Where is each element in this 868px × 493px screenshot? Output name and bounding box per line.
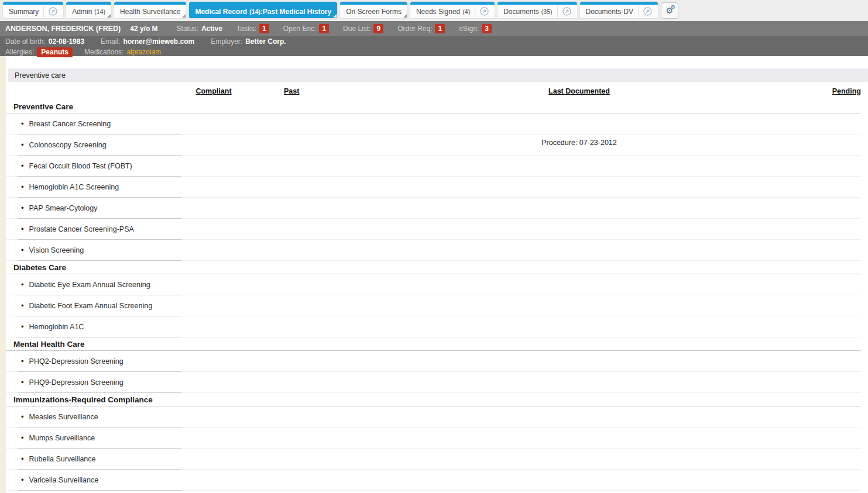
column-header-pending[interactable]: Pending xyxy=(819,87,861,95)
bullet-icon: • xyxy=(21,357,24,366)
table-row[interactable]: •Vision Screening xyxy=(6,240,861,261)
table-row[interactable]: •Hemoglobin A1C Screening xyxy=(6,177,861,198)
order-req-count-badge[interactable]: 1 xyxy=(435,24,445,33)
bullet-icon: • xyxy=(21,378,24,387)
patient-age-sex: 42 y/o M xyxy=(130,25,157,33)
measure-name: Vision Screening xyxy=(29,246,84,254)
external-link-icon[interactable] xyxy=(475,6,489,18)
group-header: Preventive Care xyxy=(6,100,861,113)
tab-documents-dv[interactable]: Documents-DV xyxy=(580,2,658,18)
external-link-icon[interactable] xyxy=(638,6,652,18)
last-documented-cell xyxy=(339,274,819,278)
allergy-badge[interactable]: Peanuts xyxy=(37,47,73,57)
patient-header-bar: ANDERSON, FREDERICK (FRED) 42 y/o M Stat… xyxy=(0,21,868,36)
last-documented-cell xyxy=(339,198,819,202)
measure-name: Varicella Surveillance xyxy=(29,476,99,484)
group-header: Mental Health Care xyxy=(6,337,861,351)
tab-label: On Screen Forms xyxy=(346,8,402,16)
measure-name: Fecal Occult Blood Test (FOBT) xyxy=(29,162,132,170)
tab-label: Medical Record xyxy=(195,8,247,16)
due-list-count-badge[interactable]: 9 xyxy=(373,24,383,33)
last-documented-cell xyxy=(339,372,819,376)
patient-info-bar: Date of birth: 02-08-1983 Email: horner@… xyxy=(0,36,868,56)
last-documented-cell xyxy=(339,113,819,118)
open-enc-label: Open Enc: xyxy=(283,25,317,33)
bullet-icon: • xyxy=(21,475,24,484)
column-header-last-documented[interactable]: Last Documented xyxy=(339,87,819,95)
last-documented-cell: Procedure: 07-23-2012 xyxy=(339,135,819,147)
tasks-count-badge[interactable]: 1 xyxy=(259,24,269,33)
bullet-icon: • xyxy=(21,301,24,310)
table-row[interactable]: •Diabetic Eye Exam Annual Screening xyxy=(6,274,861,295)
table-row[interactable]: •PAP Smear-Cytology xyxy=(6,198,861,219)
table-row[interactable]: •Colonoscopy Screening Procedure: 07-23-… xyxy=(6,135,861,156)
medications-label: Medications: xyxy=(84,48,123,57)
external-link-icon[interactable] xyxy=(43,6,57,18)
dob-value: 02-08-1983 xyxy=(49,37,84,46)
tab-bar: Summary Admin (14) Health Surveillance M… xyxy=(0,0,868,21)
table-row[interactable]: •Breast Cancer Screening xyxy=(6,113,861,135)
section-title: Preventive care xyxy=(15,71,66,80)
column-header-past[interactable]: Past xyxy=(252,87,339,95)
tab-admin[interactable]: Admin (14) xyxy=(66,2,111,18)
measure-name: Mumps Surveillance xyxy=(29,434,95,442)
table-row[interactable]: •PHQ2-Depression Screening xyxy=(6,351,861,372)
table-row[interactable]: •Mumps Surveillance xyxy=(6,428,861,449)
bullet-icon: • xyxy=(21,119,24,128)
gear-small-icon: ⚙ xyxy=(671,5,675,10)
last-documented-cell xyxy=(339,156,819,160)
bullet-icon: • xyxy=(21,225,24,233)
bullet-icon: • xyxy=(21,280,24,289)
medication-value[interactable]: alprazolam xyxy=(126,48,161,57)
last-documented-cell xyxy=(339,240,819,244)
measure-name: PHQ9-Depression Screening xyxy=(29,378,123,387)
email-value: horner@mieweb.com xyxy=(123,37,194,46)
tab-count: (4) xyxy=(462,8,470,15)
settings-button[interactable]: ⚙ ⚙ xyxy=(661,2,678,19)
open-enc-count-badge[interactable]: 1 xyxy=(319,24,329,33)
table-row[interactable]: •Varicella Surveillance xyxy=(6,470,861,491)
table-row[interactable]: •Rubella Surveillance xyxy=(6,449,861,470)
section-header: Preventive care xyxy=(8,68,868,82)
last-documented-cell xyxy=(339,219,819,223)
tab-needs-signed[interactable]: Needs Signed (4) xyxy=(410,2,495,18)
bullet-icon: • xyxy=(21,182,24,191)
table-row[interactable]: •Fecal Occult Blood Test (FOBT) xyxy=(6,156,861,177)
allergies-label: Allergies: xyxy=(5,48,34,57)
last-documented-cell xyxy=(339,428,819,432)
external-link-icon[interactable] xyxy=(557,6,571,18)
table-row[interactable]: •Prostate Cancer Screening-PSA xyxy=(6,219,861,240)
table-row[interactable]: •Measles Surveillance xyxy=(6,406,861,428)
tab-documents[interactable]: Documents (35) xyxy=(498,2,577,18)
last-documented-cell xyxy=(339,316,819,320)
bullet-icon: • xyxy=(21,140,24,149)
tasks-label: Tasks: xyxy=(236,25,256,33)
measure-name: Diabetic Foot Exam Annual Screening xyxy=(29,302,153,310)
table-row[interactable]: •Hemoglobin A1C xyxy=(6,316,861,337)
group-header: Immunizations-Required Compliance xyxy=(6,393,861,406)
column-header-compliant[interactable]: Compliant xyxy=(176,87,252,95)
measure-name: Hemoglobin A1C Screening xyxy=(29,183,119,191)
patient-name: ANDERSON, FREDERICK (FRED) xyxy=(5,25,121,33)
due-list-label: Due List: xyxy=(343,25,370,33)
bullet-icon: • xyxy=(21,322,24,331)
esign-count-badge[interactable]: 3 xyxy=(482,24,492,33)
order-req-label: Order Req: xyxy=(397,25,432,33)
tab-on-screen-forms[interactable]: On Screen Forms xyxy=(340,2,407,18)
tab-medical-record[interactable]: Medical Record (14) :Past Medical Histor… xyxy=(189,2,337,18)
last-documented-cell xyxy=(339,491,819,493)
table-row[interactable]: •Hepatitis B Surveillance xyxy=(6,491,861,493)
last-documented-cell xyxy=(339,295,819,299)
tab-count: (35) xyxy=(541,8,553,15)
tab-summary[interactable]: Summary xyxy=(3,2,63,18)
tab-label: Health Surveillance xyxy=(120,8,180,16)
employer-value: Better Corp. xyxy=(245,37,286,46)
bullet-icon: • xyxy=(21,454,24,463)
table-row[interactable]: •PHQ9-Depression Screening xyxy=(6,372,861,393)
last-documented-cell xyxy=(339,177,819,181)
tab-health-surveillance[interactable]: Health Surveillance xyxy=(114,2,186,18)
tab-label: Summary xyxy=(9,8,39,16)
table-row[interactable]: •Diabetic Foot Exam Annual Screening xyxy=(6,295,861,316)
tab-label: Documents-DV xyxy=(586,8,633,16)
tab-label: Documents xyxy=(503,8,539,16)
